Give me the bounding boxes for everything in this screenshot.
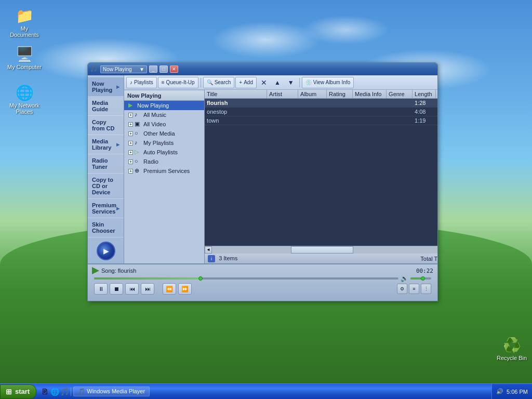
tree-item-all-video[interactable]: + ▣ All Video	[124, 119, 204, 129]
now-playing-play-icon: ▶	[128, 102, 136, 109]
col-bitrate[interactable]: Bit Rate	[436, 90, 437, 98]
track-row-onestop[interactable]: onestop 4:08 1kbps mi	[205, 108, 437, 116]
track-bitrate-onestop: 1kbps	[436, 108, 437, 115]
fastforward-button[interactable]: ⏩	[178, 283, 192, 295]
expand-premium-icon[interactable]: +	[128, 169, 133, 174]
col-rating[interactable]: Rating	[327, 90, 353, 98]
transport-controls: ⏸ ⏹ ⏮ ⏭ ⏪ ⏩ ⚙ ≡ ⋮	[90, 281, 435, 297]
track-genre-flourish	[387, 102, 413, 103]
minimize-button[interactable]: _	[149, 65, 157, 73]
track-rating-onestop	[327, 111, 353, 112]
nav-item-radio-tuner[interactable]: Radio Tuner	[88, 154, 124, 174]
quick-launch-icon-2[interactable]: 🌐	[50, 388, 59, 396]
wmp-toolbar: ♪ Playlists ≡ Queue-It-Up 🔍 Search + A	[124, 75, 437, 90]
view-album-button[interactable]: 💿 View Album Info	[302, 77, 354, 88]
tree-item-now-playing[interactable]: ▶ Now Playing	[124, 101, 204, 110]
col-title[interactable]: Title	[205, 90, 267, 98]
up-button[interactable]: ✕	[258, 77, 270, 88]
volume-track[interactable]	[410, 277, 431, 280]
next-button[interactable]: ⏭	[141, 283, 154, 295]
nav-item-premium-services[interactable]: Premium Services ▶	[88, 199, 124, 218]
desktop-icon-my-network[interactable]: 🌐 My Network Places	[6, 84, 43, 115]
tree-item-premium-services[interactable]: + ⊕ Premium Services	[124, 166, 204, 176]
quick-launch-icon-1[interactable]: 🖹	[41, 388, 49, 396]
wmp-title-dropdown[interactable]: Now Playing ▼	[100, 65, 147, 73]
track-title-town: town	[205, 117, 267, 124]
search-label: Search	[215, 79, 231, 85]
expand-radio-icon[interactable]: +	[128, 159, 133, 164]
queue-button[interactable]: ≡ Queue-It-Up	[158, 77, 198, 88]
progress-track[interactable]	[94, 277, 398, 280]
scroll-track[interactable]	[212, 246, 437, 254]
tree-item-auto-playlists[interactable]: + ▷ Auto Playlists	[124, 148, 204, 157]
eq-button-1[interactable]: ⚙	[397, 284, 407, 294]
my-computer-icon: 🖥️	[16, 46, 33, 62]
add-button[interactable]: + Add	[235, 77, 257, 88]
volume-thumb[interactable]	[421, 276, 425, 281]
wmp-tree: Now Playing ▶ Now Playing + ♪ All Music …	[124, 90, 205, 263]
eq-button-3[interactable]: ⋮	[421, 284, 431, 294]
my-documents-icon: 📁	[16, 7, 33, 24]
track-rating-flourish	[327, 102, 353, 103]
expand-all-music-icon[interactable]: +	[128, 113, 133, 117]
eq-button-2[interactable]: ≡	[409, 284, 419, 294]
status-total-time: Total Time: 6:55 / 84KB	[420, 256, 437, 262]
all-video-icon: ▣	[135, 121, 142, 128]
expand-other-media-icon[interactable]: +	[128, 131, 133, 136]
col-genre[interactable]: Genre	[387, 90, 413, 98]
desktop-icon-my-computer[interactable]: 🖥️ My Computer	[6, 46, 43, 70]
close-button[interactable]: ✕	[170, 65, 178, 73]
desktop-icon-recycle-bin[interactable]: ♻️ Recycle Bin	[494, 337, 530, 361]
nav-item-copy-to-cd[interactable]: Copy to CD or Device	[88, 174, 124, 199]
maximize-button[interactable]: □	[159, 65, 168, 73]
desktop-icon-my-documents[interactable]: 📁 My Documents	[6, 7, 43, 38]
scroll-left-button[interactable]: ◄	[205, 246, 212, 254]
tree-item-radio[interactable]: + ○ Radio	[124, 157, 204, 166]
scroll-thumb[interactable]	[291, 246, 353, 254]
tree-my-playlists-label: My Playlists	[143, 140, 174, 146]
track-row-town[interactable]: town 1:19 2kbps mi	[205, 116, 437, 125]
wmp-now-playing-bar: Song: flourish 00:22	[90, 265, 435, 276]
expand-auto-playlists-icon[interactable]: +	[128, 150, 133, 155]
progress-thumb[interactable]	[198, 276, 203, 281]
start-button[interactable]: ⊞ start	[0, 384, 36, 399]
nav-item-copy-from-cd[interactable]: Copy from CD	[88, 116, 124, 135]
track-artist-town	[267, 120, 298, 121]
progress-bar-container[interactable]: 🔊	[90, 276, 435, 281]
toolbar-separator-2	[299, 78, 300, 87]
track-mediainfo-onestop	[353, 111, 387, 112]
move-up-button[interactable]: ▲	[271, 77, 284, 88]
tree-auto-playlists-label: Auto Playlists	[143, 149, 178, 155]
move-down-button[interactable]: ▼	[285, 77, 297, 88]
nav-item-now-playing[interactable]: Now Playing ▶	[88, 77, 124, 97]
expand-all-video-icon[interactable]: +	[128, 122, 133, 127]
my-documents-label: My Documents	[6, 25, 43, 38]
tree-item-all-music[interactable]: + ♪ All Music	[124, 110, 204, 119]
nav-item-media-guide[interactable]: Media Guide	[88, 97, 124, 116]
expand-my-playlists-icon[interactable]: +	[128, 141, 133, 145]
track-row-flourish[interactable]: flourish 1:28 2kbps mi	[205, 99, 437, 108]
tray-icon-1[interactable]: 🔊	[496, 388, 503, 395]
quick-launch-icon-3[interactable]: 🎵	[60, 388, 69, 396]
recycle-bin-label: Recycle Bin	[497, 355, 527, 361]
playlists-button[interactable]: ♪ Playlists	[126, 77, 157, 88]
wmp-list-scrollbar[interactable]: ◄ ►	[205, 246, 437, 253]
col-length[interactable]: Length	[413, 90, 436, 98]
nav-arrow-icon: ▶	[116, 85, 119, 89]
rewind-button[interactable]: ⏪	[163, 283, 176, 295]
tree-item-other-media[interactable]: + ○ Other Media	[124, 129, 204, 138]
tree-item-my-playlists[interactable]: + ♪ My Playlists	[124, 138, 204, 148]
taskbar-wmp-item[interactable]: 🎵 Windows Media Player	[73, 387, 150, 396]
clock: 5:06 PM	[507, 389, 528, 395]
pause-button[interactable]: ⏸	[94, 283, 108, 295]
my-network-icon: 🌐	[16, 84, 33, 101]
col-album[interactable]: Album	[298, 90, 327, 98]
search-button[interactable]: 🔍 Search	[203, 77, 235, 88]
nav-item-skin-chooser[interactable]: Skin Chooser	[88, 218, 124, 237]
nav-item-media-library[interactable]: Media Library ▶	[88, 135, 124, 154]
col-media-info[interactable]: Media Info	[353, 90, 387, 98]
stop-button[interactable]: ⏹	[110, 283, 123, 295]
track-mediainfo-town	[353, 120, 387, 121]
col-artist[interactable]: Artist	[267, 90, 298, 98]
prev-button[interactable]: ⏮	[125, 283, 139, 295]
